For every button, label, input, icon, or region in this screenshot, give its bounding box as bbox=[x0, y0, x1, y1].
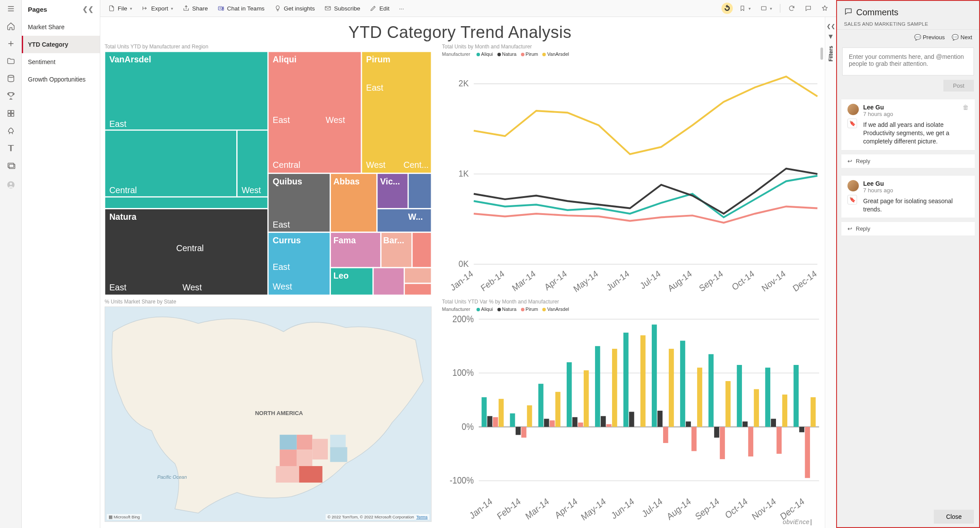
page-item-sentiment[interactable]: Sentiment bbox=[22, 53, 100, 71]
page-item-ytd-category[interactable]: YTD Category bbox=[22, 36, 100, 53]
svg-text:East: East bbox=[273, 115, 290, 125]
learn-icon[interactable] bbox=[7, 144, 15, 153]
svg-rect-47 bbox=[408, 174, 432, 209]
reset-button[interactable] bbox=[721, 3, 733, 14]
new-comment-input[interactable]: Enter your comments here, and @mention p… bbox=[842, 48, 974, 75]
svg-text:East: East bbox=[109, 283, 127, 292]
svg-rect-156 bbox=[793, 365, 799, 427]
svg-text:Quibus: Quibus bbox=[273, 177, 303, 186]
svg-text:-100%: -100% bbox=[449, 475, 473, 485]
menu-icon[interactable] bbox=[7, 4, 15, 13]
svg-rect-154 bbox=[782, 395, 787, 427]
svg-rect-63 bbox=[404, 283, 431, 295]
svg-rect-148 bbox=[748, 427, 753, 456]
svg-rect-91 bbox=[330, 447, 347, 462]
svg-text:Mar-14: Mar-14 bbox=[510, 269, 537, 293]
svg-text:VanArsdel: VanArsdel bbox=[109, 55, 151, 64]
apps-icon[interactable] bbox=[7, 109, 15, 118]
comments-prev[interactable]: 💬 Previous bbox=[914, 34, 945, 41]
comment-card: Lee Gu 7 hours ago 🔖 Great page for isol… bbox=[841, 176, 975, 218]
home-icon[interactable] bbox=[7, 22, 15, 31]
viz-map[interactable]: % Units Market Share by State bbox=[105, 299, 432, 522]
favorite-button[interactable] bbox=[818, 3, 832, 14]
svg-rect-101 bbox=[481, 397, 487, 427]
report-title: YTD Category Trend Analysis bbox=[105, 23, 815, 42]
report-toolbar: File ▾ Export ▾ Share Chat in Teams Get … bbox=[100, 0, 836, 17]
close-comments-button[interactable]: Close bbox=[934, 510, 974, 524]
svg-text:West: West bbox=[326, 115, 345, 125]
svg-text:Central: Central bbox=[176, 243, 204, 253]
comments-next[interactable]: 💬 Next bbox=[952, 34, 972, 41]
deployment-icon[interactable] bbox=[7, 126, 15, 135]
account-icon[interactable] bbox=[7, 181, 15, 189]
svg-text:0%: 0% bbox=[462, 421, 474, 431]
comments-title: Comments bbox=[856, 7, 898, 17]
svg-rect-16 bbox=[325, 7, 330, 10]
create-icon[interactable] bbox=[7, 39, 15, 48]
viz-bar[interactable]: Total Units YTD Var % by Month and Manuf… bbox=[442, 299, 825, 522]
bookmark-chip-icon[interactable]: 🔖 bbox=[847, 119, 857, 128]
page-item-market-share[interactable]: Market Share bbox=[22, 18, 100, 36]
view-menu[interactable]: ▾ bbox=[757, 3, 776, 14]
share-button[interactable]: Share bbox=[179, 3, 211, 14]
chat-teams-button[interactable]: Chat in Teams bbox=[214, 3, 268, 14]
svg-rect-111 bbox=[538, 384, 544, 427]
svg-rect-141 bbox=[708, 354, 714, 427]
svg-point-13 bbox=[10, 183, 12, 185]
svg-rect-138 bbox=[691, 427, 697, 451]
map-surface[interactable]: NORTH AMERICA Pacific Ocean ▦ Microsoft … bbox=[105, 307, 432, 522]
bookmark-menu[interactable]: ▾ bbox=[735, 3, 754, 14]
collapse-pages-icon[interactable]: ❮❮ bbox=[82, 5, 94, 13]
svg-rect-127 bbox=[629, 412, 634, 427]
edit-button[interactable]: Edit bbox=[366, 3, 393, 14]
viz-line[interactable]: Total Units by Month and Manufacturer Ma… bbox=[442, 44, 825, 295]
map-bing-badge: ▦ Microsoft Bing bbox=[107, 514, 142, 520]
comment-toggle-button[interactable] bbox=[801, 3, 815, 14]
goals-icon[interactable] bbox=[7, 92, 15, 100]
svg-text:Central: Central bbox=[273, 160, 300, 170]
delete-comment-icon[interactable]: 🗑 bbox=[963, 104, 969, 111]
browse-icon[interactable] bbox=[7, 57, 15, 65]
viz-treemap[interactable]: Total Units YTD by Manufacturer and Regi… bbox=[105, 44, 432, 295]
svg-text:Mar-14: Mar-14 bbox=[524, 496, 551, 521]
scrollbar-thumb[interactable] bbox=[820, 48, 823, 60]
filters-label: Filters bbox=[828, 46, 834, 61]
svg-text:West: West bbox=[366, 160, 386, 170]
workspaces-icon[interactable] bbox=[7, 161, 15, 170]
svg-rect-9 bbox=[11, 114, 14, 116]
svg-rect-88 bbox=[299, 466, 322, 483]
svg-text:Jan-14: Jan-14 bbox=[467, 496, 493, 521]
subscribe-button[interactable]: Subscribe bbox=[321, 3, 364, 14]
export-menu[interactable]: Export ▾ bbox=[138, 3, 177, 14]
insights-button[interactable]: Get insights bbox=[271, 3, 318, 14]
post-button[interactable]: Post bbox=[943, 80, 974, 92]
svg-text:Bar...: Bar... bbox=[383, 235, 404, 245]
refresh-button[interactable] bbox=[785, 3, 799, 14]
bookmark-chip-icon[interactable]: 🔖 bbox=[847, 195, 857, 204]
svg-text:Apr-14: Apr-14 bbox=[543, 269, 568, 293]
legend: ManufacturerAliquiNaturaPirumVanArsdel bbox=[442, 307, 825, 312]
svg-rect-83 bbox=[280, 435, 297, 450]
reply-button[interactable]: ↩ Reply bbox=[841, 154, 975, 168]
map-terms-link[interactable]: Terms bbox=[416, 514, 428, 519]
svg-text:Jun-14: Jun-14 bbox=[609, 496, 636, 521]
page-item-growth[interactable]: Growth Opportunities bbox=[22, 71, 100, 88]
svg-rect-159 bbox=[810, 397, 816, 427]
svg-rect-149 bbox=[754, 389, 759, 427]
chevron-down-icon: ▾ bbox=[171, 6, 173, 11]
viz-title: Total Units YTD Var % by Month and Manuf… bbox=[442, 299, 825, 305]
datahub-icon[interactable] bbox=[7, 74, 15, 83]
reply-button[interactable]: ↩ Reply bbox=[841, 221, 975, 235]
svg-text:Leo: Leo bbox=[333, 271, 349, 280]
filters-pane-collapsed[interactable]: ❮❮ ▼ Filters bbox=[825, 17, 836, 528]
file-menu[interactable]: File ▾ bbox=[105, 3, 136, 14]
svg-text:Jun-14: Jun-14 bbox=[605, 269, 631, 293]
comments-panel: Comments SALES AND MARKETING SAMPLE 💬 Pr… bbox=[836, 0, 980, 528]
svg-rect-87 bbox=[312, 439, 328, 460]
comment-time: 7 hours ago bbox=[863, 111, 893, 117]
svg-rect-104 bbox=[499, 399, 504, 427]
more-menu[interactable]: ··· bbox=[395, 3, 407, 14]
svg-point-5 bbox=[8, 75, 14, 78]
svg-rect-107 bbox=[516, 427, 521, 435]
collapse-filters-icon[interactable]: ❮❮ bbox=[827, 23, 835, 29]
